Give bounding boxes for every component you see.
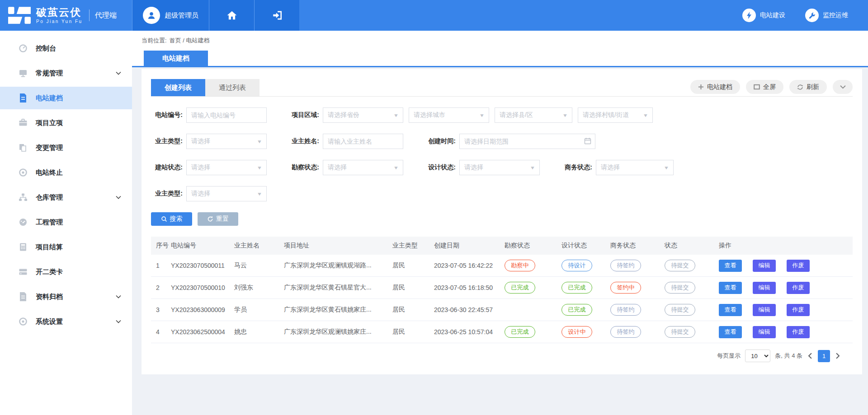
view-button[interactable]: 查看 [719,304,742,316]
sidebar-item-project-settlement[interactable]: 项目结算 [0,236,132,258]
county-select[interactable]: 请选择县/区▼ [495,107,572,123]
sidebar-item-project-initiation[interactable]: 项目立项 [0,112,132,134]
void-button[interactable]: 作废 [787,326,810,338]
void-button[interactable]: 作废 [787,282,810,294]
town-placeholder: 请选择村镇/街道 [583,111,629,119]
reset-icon [207,216,213,222]
dropdown-arrow-icon: ▼ [393,165,399,170]
business-status-select[interactable]: 请选择▼ [596,160,674,175]
view-button[interactable]: 查看 [719,282,742,294]
create-station-button[interactable]: 电站建档 [690,80,740,94]
record-icon [18,168,28,177]
filter-row-3: 建站状态: 请选择▼ 勘察状态: 请选择▼ [151,160,853,175]
filter-business-status: 商务状态: 请选择▼ [561,160,674,175]
sidebar-item-general-mgmt[interactable]: 常规管理 [0,62,132,84]
date-range-picker[interactable] [459,134,595,149]
city-select[interactable]: 请选择城市▼ [409,107,489,123]
total-count-label: 条, 共 4 条 [775,352,802,360]
col-survey: 勘察状态 [505,242,561,250]
tab-create-list[interactable]: 创建列表 [151,79,205,96]
view-button[interactable]: 查看 [719,326,742,338]
current-page-button[interactable]: 1 [818,350,830,362]
survey-status-placeholder: 请选择 [328,163,347,172]
sidebar-item-station-termination[interactable]: 电站终止 [0,161,132,184]
top-header: 破茧云伏 Po Jian Yun Fu 代理端 超级管理员 [0,0,868,31]
sidebar-item-console[interactable]: 控制台 [0,37,132,60]
exit-icon [272,11,283,20]
dropdown-arrow-icon: ▼ [257,191,262,196]
void-button[interactable]: 作废 [787,304,810,316]
owner-type-select[interactable]: 请选择▼ [186,134,267,149]
view-button[interactable]: 查看 [719,260,742,272]
filter-owner-type-2: 业主类型: 请选择▼ [151,186,267,201]
sidebar-item-data-archive[interactable]: 资料归档 [0,285,132,308]
owner-name-label: 业主姓名: [288,137,319,145]
cell-seq: 3 [151,306,171,313]
breadcrumb-path: 首页 / 电站建档 [170,37,210,44]
nav-monitor-ops-label: 监控运维 [823,11,848,19]
dropdown-arrow-icon: ▼ [530,165,535,170]
next-page-button[interactable] [835,353,841,359]
nav-monitor-ops[interactable]: 监控运维 [805,0,848,31]
user-menu[interactable]: 超级管理员 [132,0,209,31]
sidebar-item-change-mgmt[interactable]: 变更管理 [0,136,132,159]
home-button[interactable] [209,0,254,31]
dropdown-arrow-icon: ▼ [257,165,262,170]
edit-button[interactable]: 编辑 [753,326,776,338]
nav-station-build[interactable]: 电站建设 [742,0,785,31]
content-area: 创建列表 通过列表 电站建档 [132,67,868,415]
reset-button[interactable]: 重置 [198,212,238,226]
county-placeholder: 请选择县/区 [500,111,533,119]
date-range-input[interactable] [459,134,595,149]
build-status-select[interactable]: 请选择▼ [186,160,267,175]
business-status-pill: 待签约 [610,304,641,316]
owner-name-input[interactable] [323,134,403,149]
survey-status-select[interactable]: 请选择▼ [323,160,403,175]
sidebar-item-label: 系统设置 [36,317,63,326]
edit-button[interactable]: 编辑 [753,260,776,272]
filter-station-code: 电站编号: [151,107,267,123]
cell-address: 广东深圳龙华区观澜镇观湖路... [284,261,392,270]
design-status-pill: 已完成 [561,304,592,316]
design-status-placeholder: 请选择 [464,163,483,172]
dropdown-arrow-icon: ▼ [393,113,399,118]
design-status-label: 设计状态: [424,163,456,172]
town-select[interactable]: 请选择村镇/街道▼ [578,107,653,123]
nav-station-build-label: 电站建设 [760,11,785,19]
search-button[interactable]: 搜索 [151,212,192,226]
survey-status-pill: 勘察中 [505,260,535,271]
edit-button[interactable]: 编辑 [753,304,776,316]
cell-type: 居民 [392,306,434,314]
edit-button[interactable]: 编辑 [753,282,776,294]
business-status-pill: 待签约 [610,326,641,338]
fullscreen-button[interactable]: 全屏 [746,80,783,94]
tab-approved-list[interactable]: 通过列表 [205,79,259,96]
page-size-select[interactable]: 10 [745,350,770,362]
logout-button[interactable] [254,0,299,31]
cell-seq: 1 [151,262,171,269]
sidebar-item-system-settings[interactable]: 系统设置 [0,310,132,333]
station-code-input[interactable] [186,107,267,123]
void-button[interactable]: 作废 [787,260,810,272]
logo-texts: 破茧云伏 Po Jian Yun Fu [36,7,83,24]
create-station-label: 电站建档 [707,83,732,91]
cell-created: 2023-06-30 22:45:57 [434,306,505,313]
status-pill: 待提交 [665,260,695,271]
sidebar-item-engineering-mgmt[interactable]: 工程管理 [0,211,132,233]
page-title-tab[interactable]: 电站建档 [144,51,208,66]
refresh-icon [797,84,803,90]
cell-owner: 学员 [234,306,284,314]
province-select[interactable]: 请选择省份▼ [323,107,403,123]
panel-toolbar: 电站建档 全屏 [690,80,853,94]
refresh-button[interactable]: 刷新 [789,80,827,94]
dropdown-arrow-icon: ▼ [664,165,669,170]
owner-type2-select[interactable]: 请选择▼ [186,186,267,201]
filter-actions: 搜索 重置 [151,212,853,226]
sidebar-item-warehouse-mgmt[interactable]: 仓库管理 [0,186,132,209]
sidebar-item-station-archive[interactable]: 电站建档 [0,87,132,109]
prev-page-button[interactable] [807,353,813,359]
collapse-toolbar-button[interactable] [833,80,853,94]
sidebar-item-open-class2-card[interactable]: 开二类卡 [0,261,132,283]
design-status-select[interactable]: 请选择▼ [459,160,540,175]
filter-owner-name: 业主姓名: [288,134,403,149]
